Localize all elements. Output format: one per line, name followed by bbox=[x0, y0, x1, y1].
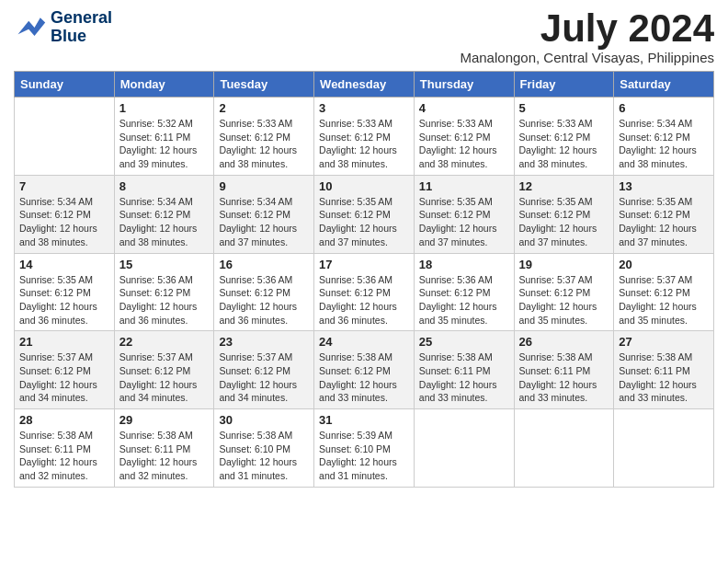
calendar-cell: 12Sunrise: 5:35 AMSunset: 6:12 PMDayligh… bbox=[514, 175, 614, 253]
day-number: 16 bbox=[219, 258, 309, 271]
day-info: Sunrise: 5:37 AMSunset: 6:12 PMDaylight:… bbox=[219, 350, 309, 405]
day-number: 24 bbox=[319, 335, 409, 349]
day-info: Sunrise: 5:38 AMSunset: 6:11 PMDaylight:… bbox=[519, 350, 609, 405]
calendar-cell: 10Sunrise: 5:35 AMSunset: 6:12 PMDayligh… bbox=[314, 175, 415, 253]
day-info: Sunrise: 5:35 AMSunset: 6:12 PMDaylight:… bbox=[419, 195, 509, 249]
day-info: Sunrise: 5:34 AMSunset: 6:12 PMDaylight:… bbox=[19, 195, 109, 249]
calendar-cell: 24Sunrise: 5:38 AMSunset: 6:12 PMDayligh… bbox=[314, 331, 415, 409]
calendar-cell: 4Sunrise: 5:33 AMSunset: 6:12 PMDaylight… bbox=[414, 98, 514, 176]
weekday-header: Monday bbox=[114, 72, 214, 98]
day-number: 25 bbox=[419, 335, 509, 349]
calendar-cell: 2Sunrise: 5:33 AMSunset: 6:12 PMDaylight… bbox=[214, 98, 314, 176]
day-number: 9 bbox=[219, 179, 309, 193]
calendar-cell: 27Sunrise: 5:38 AMSunset: 6:11 PMDayligh… bbox=[614, 331, 714, 409]
logo-text: General Blue bbox=[51, 9, 112, 46]
day-info: Sunrise: 5:35 AMSunset: 6:12 PMDaylight:… bbox=[319, 195, 409, 249]
day-info: Sunrise: 5:34 AMSunset: 6:12 PMDaylight:… bbox=[219, 195, 309, 249]
day-number: 17 bbox=[319, 258, 409, 271]
calendar-cell: 6Sunrise: 5:34 AMSunset: 6:12 PMDaylight… bbox=[614, 98, 714, 176]
day-info: Sunrise: 5:36 AMSunset: 6:12 PMDaylight:… bbox=[419, 273, 509, 327]
calendar-cell: 26Sunrise: 5:38 AMSunset: 6:11 PMDayligh… bbox=[514, 331, 614, 409]
logo-line2: Blue bbox=[51, 28, 112, 46]
calendar-week-row: 7Sunrise: 5:34 AMSunset: 6:12 PMDaylight… bbox=[15, 175, 714, 253]
calendar-week-row: 14Sunrise: 5:35 AMSunset: 6:12 PMDayligh… bbox=[15, 253, 714, 331]
calendar-cell: 23Sunrise: 5:37 AMSunset: 6:12 PMDayligh… bbox=[214, 331, 314, 409]
calendar-cell: 17Sunrise: 5:36 AMSunset: 6:12 PMDayligh… bbox=[314, 253, 415, 331]
day-number: 6 bbox=[619, 101, 709, 115]
weekday-header: Wednesday bbox=[314, 72, 415, 98]
weekday-header: Thursday bbox=[414, 72, 514, 98]
day-number: 11 bbox=[419, 179, 509, 193]
logo-line1: General bbox=[51, 9, 112, 28]
calendar-cell: 30Sunrise: 5:38 AMSunset: 6:10 PMDayligh… bbox=[214, 409, 314, 488]
calendar-cell: 16Sunrise: 5:36 AMSunset: 6:12 PMDayligh… bbox=[214, 253, 314, 331]
day-number: 26 bbox=[519, 335, 609, 349]
day-info: Sunrise: 5:39 AMSunset: 6:10 PMDaylight:… bbox=[319, 429, 409, 483]
day-info: Sunrise: 5:34 AMSunset: 6:12 PMDaylight:… bbox=[619, 117, 709, 171]
logo: General Blue bbox=[14, 9, 112, 46]
day-info: Sunrise: 5:37 AMSunset: 6:12 PMDaylight:… bbox=[119, 350, 210, 405]
day-number: 7 bbox=[19, 179, 109, 193]
day-info: Sunrise: 5:35 AMSunset: 6:12 PMDaylight:… bbox=[519, 195, 609, 249]
day-info: Sunrise: 5:33 AMSunset: 6:12 PMDaylight:… bbox=[219, 117, 309, 171]
weekday-header: Saturday bbox=[614, 72, 714, 98]
calendar-week-row: 28Sunrise: 5:38 AMSunset: 6:11 PMDayligh… bbox=[15, 409, 714, 488]
day-number: 20 bbox=[619, 258, 709, 271]
day-number: 5 bbox=[519, 101, 609, 115]
day-info: Sunrise: 5:33 AMSunset: 6:12 PMDaylight:… bbox=[519, 117, 609, 171]
page-header: General Blue July 2024 Manalongon, Centr… bbox=[14, 9, 714, 65]
day-info: Sunrise: 5:36 AMSunset: 6:12 PMDaylight:… bbox=[219, 273, 309, 327]
logo-icon bbox=[14, 11, 47, 44]
day-number: 3 bbox=[319, 101, 409, 115]
day-number: 4 bbox=[419, 101, 509, 115]
day-number: 19 bbox=[519, 258, 609, 271]
day-number: 8 bbox=[119, 179, 210, 193]
calendar-cell: 3Sunrise: 5:33 AMSunset: 6:12 PMDaylight… bbox=[314, 98, 415, 176]
calendar-cell: 7Sunrise: 5:34 AMSunset: 6:12 PMDaylight… bbox=[15, 175, 115, 253]
day-info: Sunrise: 5:36 AMSunset: 6:12 PMDaylight:… bbox=[319, 273, 409, 327]
day-number: 15 bbox=[119, 258, 210, 271]
calendar-cell: 31Sunrise: 5:39 AMSunset: 6:10 PMDayligh… bbox=[314, 409, 415, 488]
weekday-header: Tuesday bbox=[214, 72, 314, 98]
day-number: 1 bbox=[119, 101, 210, 115]
day-number: 14 bbox=[19, 258, 109, 271]
calendar-cell: 21Sunrise: 5:37 AMSunset: 6:12 PMDayligh… bbox=[15, 331, 115, 409]
day-number: 10 bbox=[319, 179, 409, 193]
day-number: 31 bbox=[319, 413, 409, 427]
calendar-cell: 19Sunrise: 5:37 AMSunset: 6:12 PMDayligh… bbox=[514, 253, 614, 331]
day-info: Sunrise: 5:38 AMSunset: 6:11 PMDaylight:… bbox=[19, 429, 109, 483]
day-info: Sunrise: 5:37 AMSunset: 6:12 PMDaylight:… bbox=[619, 273, 709, 327]
calendar-cell: 20Sunrise: 5:37 AMSunset: 6:12 PMDayligh… bbox=[614, 253, 714, 331]
day-info: Sunrise: 5:32 AMSunset: 6:11 PMDaylight:… bbox=[119, 117, 210, 171]
day-info: Sunrise: 5:35 AMSunset: 6:12 PMDaylight:… bbox=[19, 273, 109, 327]
location-subtitle: Manalongon, Central Visayas, Philippines bbox=[460, 50, 714, 65]
calendar-cell bbox=[614, 409, 714, 488]
day-number: 21 bbox=[19, 335, 109, 349]
calendar-cell bbox=[15, 98, 115, 176]
day-number: 12 bbox=[519, 179, 609, 193]
month-title: July 2024 bbox=[460, 9, 714, 48]
calendar-cell: 29Sunrise: 5:38 AMSunset: 6:11 PMDayligh… bbox=[114, 409, 214, 488]
calendar-cell: 25Sunrise: 5:38 AMSunset: 6:11 PMDayligh… bbox=[414, 331, 514, 409]
day-info: Sunrise: 5:33 AMSunset: 6:12 PMDaylight:… bbox=[319, 117, 409, 171]
calendar-cell: 22Sunrise: 5:37 AMSunset: 6:12 PMDayligh… bbox=[114, 331, 214, 409]
calendar-week-row: 21Sunrise: 5:37 AMSunset: 6:12 PMDayligh… bbox=[15, 331, 714, 409]
calendar-cell: 18Sunrise: 5:36 AMSunset: 6:12 PMDayligh… bbox=[414, 253, 514, 331]
day-number: 30 bbox=[219, 413, 309, 427]
calendar-cell: 8Sunrise: 5:34 AMSunset: 6:12 PMDaylight… bbox=[114, 175, 214, 253]
day-info: Sunrise: 5:38 AMSunset: 6:12 PMDaylight:… bbox=[319, 350, 409, 405]
calendar-cell: 13Sunrise: 5:35 AMSunset: 6:12 PMDayligh… bbox=[614, 175, 714, 253]
day-info: Sunrise: 5:38 AMSunset: 6:11 PMDaylight:… bbox=[119, 429, 210, 483]
day-info: Sunrise: 5:35 AMSunset: 6:12 PMDaylight:… bbox=[619, 195, 709, 249]
day-info: Sunrise: 5:37 AMSunset: 6:12 PMDaylight:… bbox=[519, 273, 609, 327]
day-info: Sunrise: 5:37 AMSunset: 6:12 PMDaylight:… bbox=[19, 350, 109, 405]
day-info: Sunrise: 5:38 AMSunset: 6:11 PMDaylight:… bbox=[619, 350, 709, 405]
weekday-header: Friday bbox=[514, 72, 614, 98]
day-number: 22 bbox=[119, 335, 210, 349]
day-info: Sunrise: 5:38 AMSunset: 6:11 PMDaylight:… bbox=[419, 350, 509, 405]
day-number: 27 bbox=[619, 335, 709, 349]
calendar-cell: 15Sunrise: 5:36 AMSunset: 6:12 PMDayligh… bbox=[114, 253, 214, 331]
day-number: 2 bbox=[219, 101, 309, 115]
calendar-table: SundayMondayTuesdayWednesdayThursdayFrid… bbox=[14, 71, 714, 488]
calendar-cell: 9Sunrise: 5:34 AMSunset: 6:12 PMDaylight… bbox=[214, 175, 314, 253]
